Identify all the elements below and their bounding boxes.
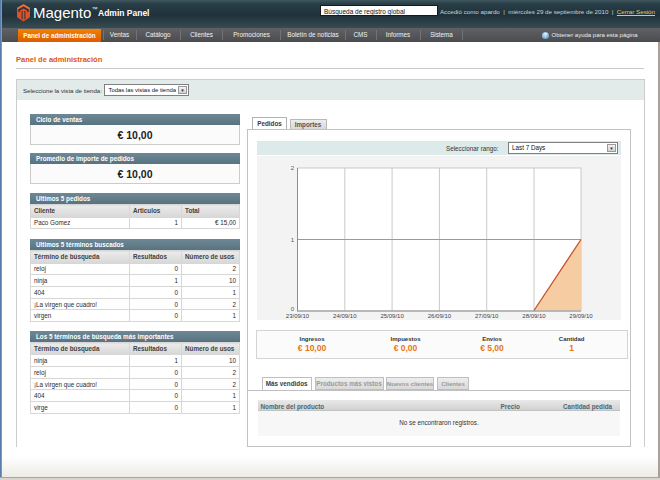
svg-text:25/09/10: 25/09/10 bbox=[380, 313, 404, 319]
svg-text:26/09/10: 26/09/10 bbox=[428, 313, 452, 319]
svg-text:27/09/10: 27/09/10 bbox=[475, 313, 499, 319]
svg-text:2: 2 bbox=[291, 164, 295, 170]
svg-text:0: 0 bbox=[291, 305, 295, 311]
svg-text:23/09/10: 23/09/10 bbox=[286, 313, 310, 319]
svg-text:24/09/10: 24/09/10 bbox=[333, 313, 357, 319]
svg-text:28/09/10: 28/09/10 bbox=[522, 313, 546, 319]
svg-text:1: 1 bbox=[291, 236, 295, 242]
svg-text:29/09/10: 29/09/10 bbox=[569, 313, 593, 319]
